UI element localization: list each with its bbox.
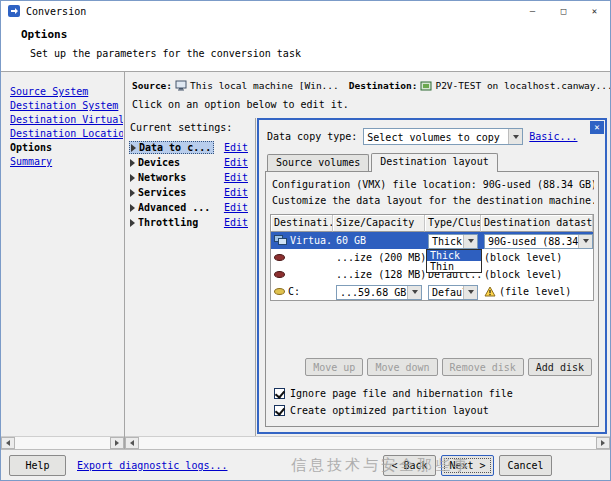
edit-services-link[interactable]: Edit	[224, 187, 248, 198]
row-datastore: (block level)	[484, 269, 562, 280]
volume-tabs: Source volumes Destination layout	[267, 152, 605, 171]
window-controls: – □ ✕	[517, 1, 610, 21]
setting-row-services[interactable]: Services Edit	[129, 185, 255, 200]
scroll-left-icon[interactable]	[1, 437, 15, 449]
sidebar-item-destination-system[interactable]: Destination System	[10, 100, 123, 111]
checkbox-checked-icon[interactable]	[274, 405, 285, 416]
setting-row-devices[interactable]: Devices Edit	[129, 155, 255, 170]
table-row[interactable]: Virtua... 60 GB Thick	[271, 232, 593, 249]
data-copy-type-row: Data copy type: Select volumes to copy B…	[259, 120, 605, 151]
table-row[interactable]: C: ...59.68 GB	[271, 283, 593, 300]
source-machine-icon	[175, 80, 187, 91]
remove-disk-button[interactable]: Remove disk	[442, 358, 524, 376]
sidebar-horizontal-scrollbar[interactable]	[1, 436, 124, 449]
destination-label: Destination:	[349, 80, 418, 91]
help-button[interactable]: Help	[9, 455, 66, 476]
setting-selection-box[interactable]: Data to c...	[129, 141, 214, 154]
setting-label: Networks	[138, 172, 186, 183]
setting-row-throttling[interactable]: Throttling Edit	[129, 215, 255, 230]
source-label: Source:	[132, 80, 172, 91]
column-header-destination[interactable]: Destinati...	[271, 215, 333, 232]
back-button[interactable]: < Back	[383, 455, 436, 476]
close-button[interactable]: ✕	[579, 1, 610, 21]
chevron-down-icon[interactable]	[463, 286, 477, 299]
edit-advanced-link[interactable]: Edit	[224, 202, 248, 213]
virtual-machine-icon	[274, 235, 287, 246]
basic-link[interactable]: Basic...	[529, 131, 577, 142]
checkbox-checked-icon[interactable]	[274, 388, 285, 399]
panel-close-icon[interactable]: ✕	[590, 121, 604, 134]
edit-data-to-copy-link[interactable]: Edit	[224, 142, 248, 153]
data-copy-type-combobox[interactable]: Select volumes to copy	[363, 128, 523, 145]
dropdown-option-thick[interactable]: Thick	[427, 250, 481, 261]
data-copy-options-panel: ✕ Data copy type: Select volumes to copy…	[257, 118, 607, 434]
maximize-button[interactable]: □	[548, 1, 579, 21]
wizard-nav-buttons: < Back Next > Cancel	[383, 455, 552, 476]
expand-arrow-icon	[131, 144, 136, 152]
wizard-header: Options Set up the parameters for the co…	[1, 21, 610, 72]
expand-arrow-icon	[130, 174, 135, 182]
edit-networks-link[interactable]: Edit	[224, 172, 248, 183]
column-header-type-cluster[interactable]: Type/Clus...	[425, 215, 481, 232]
edit-devices-link[interactable]: Edit	[224, 157, 248, 168]
data-copy-type-label: Data copy type:	[267, 131, 357, 142]
chevron-down-icon[interactable]	[578, 235, 592, 248]
export-diagnostic-logs-link[interactable]: Export diagnostic logs...	[77, 460, 228, 471]
column-header-size-capacity[interactable]: Size/Capacity	[333, 215, 425, 232]
setting-row-networks[interactable]: Networks Edit	[129, 170, 255, 185]
scroll-left-icon[interactable]	[125, 437, 139, 449]
cancel-button[interactable]: Cancel	[499, 455, 552, 476]
setting-row-data-to-copy[interactable]: Data to c... Edit	[129, 140, 255, 155]
wizard-content: Source System Destination System Destina…	[1, 72, 610, 449]
disk-action-buttons: Move up Move down Remove disk Add disk	[270, 358, 594, 376]
disk-icon	[274, 271, 285, 278]
sidebar-item-destination-location[interactable]: Destination Location	[10, 128, 123, 139]
row-datastore: (file level)	[499, 286, 571, 297]
data-copy-type-value: Select volumes to copy	[364, 129, 508, 144]
datastore-combobox[interactable]: 90G-used (88.34...	[484, 234, 593, 249]
sidebar-item-summary[interactable]: Summary	[10, 156, 123, 167]
source-destination-bar: Source: This local machine [Win... Desti…	[125, 72, 610, 91]
disk-type-combobox[interactable]: Thick	[428, 234, 478, 249]
optimized-partition-option[interactable]: Create optimized partition layout	[274, 402, 594, 419]
row-datastore: (block level)	[484, 252, 562, 263]
setting-label: Devices	[138, 157, 180, 168]
chevron-down-icon[interactable]	[508, 129, 522, 144]
disk-layout-table: Destinati... Size/Capacity Type/Clus... …	[270, 214, 594, 301]
scrollbar-track[interactable]	[139, 437, 596, 449]
expand-arrow-icon	[130, 204, 135, 212]
row-size: ...ize (128 MB)	[336, 269, 425, 280]
titlebar[interactable]: Conversion – □ ✕	[1, 1, 610, 21]
next-button[interactable]: Next >	[441, 455, 494, 476]
add-disk-button[interactable]: Add disk	[528, 358, 592, 376]
size-combobox[interactable]: ...59.68 GB	[336, 285, 422, 300]
tab-destination-layout[interactable]: Destination layout	[371, 153, 497, 172]
setting-row-advanced[interactable]: Advanced ... Edit	[129, 200, 255, 215]
chevron-down-icon[interactable]	[463, 235, 477, 248]
sidebar-item-destination-virtual-machine[interactable]: Destination Virtual M	[10, 114, 123, 125]
sidebar-item-source-system[interactable]: Source System	[10, 86, 123, 97]
main-area: Source: This local machine [Win... Desti…	[125, 72, 610, 449]
sidebar-item-options: Options	[10, 142, 123, 153]
edit-throttling-link[interactable]: Edit	[224, 217, 248, 228]
move-up-button[interactable]: Move up	[305, 358, 363, 376]
current-settings-title: Current settings:	[130, 122, 255, 133]
scroll-right-icon[interactable]	[596, 437, 610, 449]
column-header-destination-datastore[interactable]: Destination datast...	[481, 215, 593, 232]
disk-type-combobox[interactable]: Defaul...	[428, 285, 478, 300]
row-size: ...ize (200 MB)	[336, 252, 425, 263]
page-title: Options	[21, 28, 610, 41]
ignore-pagefile-option[interactable]: Ignore page file and hibernation file	[274, 385, 594, 402]
scroll-right-icon[interactable]	[110, 437, 124, 449]
expand-arrow-icon	[130, 189, 135, 197]
chevron-down-icon[interactable]	[407, 286, 421, 299]
main-horizontal-scrollbar[interactable]	[125, 436, 610, 449]
dropdown-option-thin[interactable]: Thin	[427, 261, 481, 272]
type-dropdown-list[interactable]: Thick Thin	[426, 249, 482, 273]
scrollbar-track[interactable]	[15, 437, 110, 449]
current-settings-list: Current settings: Data to c... Edit Devi…	[125, 118, 256, 436]
row-name: C:	[288, 286, 300, 297]
minimize-button[interactable]: –	[517, 1, 548, 21]
move-down-button[interactable]: Move down	[367, 358, 437, 376]
layout-options-checkboxes: Ignore page file and hibernation file Cr…	[274, 385, 594, 419]
